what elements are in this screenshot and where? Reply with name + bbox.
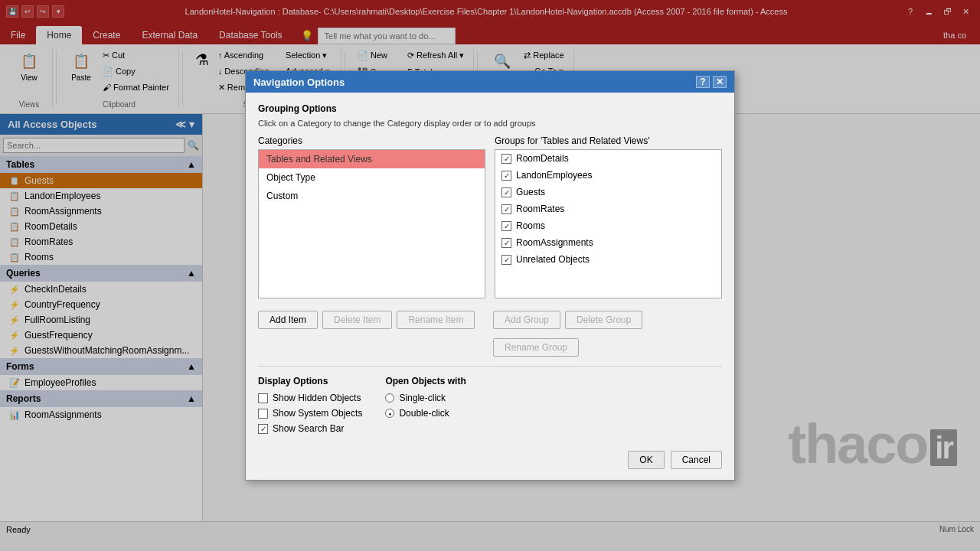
display-options-section: Display Options Show Hidden Objects Show…	[258, 376, 362, 434]
group-checkbox-roomassignments[interactable]	[501, 238, 511, 248]
group-label-rooms: Rooms	[516, 220, 545, 231]
single-click-radio[interactable]	[385, 393, 394, 403]
show-hidden-label: Show Hidden Objects	[273, 393, 361, 403]
groups-header: Groups for 'Tables and Related Views'	[495, 135, 722, 146]
group-checkbox-rooms[interactable]	[501, 221, 511, 231]
dialog-btn-rows: Add Item Delete Item Rename Item Add Gro…	[258, 305, 722, 329]
show-system-row[interactable]: Show System Objects	[258, 408, 362, 419]
category-item-tables[interactable]: Tables and Related Views	[259, 150, 485, 168]
show-search-row[interactable]: Show Search Bar	[258, 423, 362, 434]
show-search-label: Show Search Bar	[273, 423, 344, 434]
show-hidden-row[interactable]: Show Hidden Objects	[258, 393, 362, 403]
group-item-guests[interactable]: Guests	[495, 184, 721, 201]
single-click-row[interactable]: Single-click	[385, 393, 466, 403]
group-label-unrelated: Unrelated Objects	[516, 254, 590, 265]
categories-groups-cols: Categories Tables and Related Views Obje…	[258, 135, 722, 298]
group-checkbox-landonemployees[interactable]	[501, 171, 511, 181]
modal-overlay: Navigation Options ? ✕ Grouping Options …	[0, 0, 980, 551]
categories-col: Categories Tables and Related Views Obje…	[258, 135, 485, 298]
open-objects-title: Open Objects with	[385, 376, 466, 386]
double-click-row[interactable]: Double-click	[385, 408, 466, 419]
grouping-hint: Click on a Category to change the Catego…	[258, 119, 722, 128]
grouping-options-title: Grouping Options	[258, 103, 722, 114]
dialog-divider	[258, 366, 722, 367]
show-search-checkbox[interactable]	[258, 424, 268, 434]
navigation-options-dialog: Navigation Options ? ✕ Grouping Options …	[245, 70, 735, 481]
rename-item-btn[interactable]: Rename Item	[397, 311, 475, 329]
double-click-radio[interactable]	[385, 409, 394, 418]
group-label-roomassignments: RoomAssignments	[516, 237, 593, 248]
open-objects-radios: Single-click Double-click	[385, 393, 466, 419]
group-item-roomassignments[interactable]: RoomAssignments	[495, 234, 721, 251]
group-item-landonemployees[interactable]: LandonEmployees	[495, 167, 721, 184]
rename-group-row: Rename Group	[493, 332, 722, 357]
dialog-titlebar-btns[interactable]: ? ✕	[696, 76, 727, 88]
rename-group-btn[interactable]: Rename Group	[493, 338, 579, 357]
groups-list[interactable]: RoomDetails LandonEmployees Guests	[495, 149, 722, 298]
group-label-roomdetails: RoomDetails	[516, 153, 569, 164]
category-list[interactable]: Tables and Related Views Object Type Cus…	[258, 149, 485, 298]
group-item-roomrates[interactable]: RoomRates	[495, 201, 721, 217]
group-btns: Add Group Delete Group	[493, 305, 722, 329]
group-checkbox-roomrates[interactable]	[501, 204, 511, 214]
group-item-rooms[interactable]: Rooms	[495, 217, 721, 234]
dialog-footer: OK Cancel	[246, 451, 734, 480]
show-system-checkbox[interactable]	[258, 409, 268, 419]
category-btn-row: Add Item Delete Item Rename Item	[258, 311, 487, 329]
double-click-label: Double-click	[399, 408, 449, 419]
category-btns: Add Item Delete Item Rename Item	[258, 305, 487, 329]
show-system-label: Show System Objects	[273, 408, 362, 419]
delete-item-btn[interactable]: Delete Item	[322, 311, 392, 329]
display-options-checkboxes: Show Hidden Objects Show System Objects …	[258, 393, 362, 434]
spacer-left	[258, 332, 487, 357]
groups-col: Groups for 'Tables and Related Views' Ro…	[495, 135, 722, 298]
group-btn-row: Add Group Delete Group	[493, 311, 722, 329]
add-item-btn[interactable]: Add Item	[258, 311, 318, 329]
delete-group-btn[interactable]: Delete Group	[565, 311, 642, 329]
dialog-close-btn[interactable]: ✕	[713, 76, 727, 88]
group-label-roomrates: RoomRates	[516, 204, 564, 214]
ok-btn[interactable]: OK	[628, 451, 664, 469]
categories-header: Categories	[258, 135, 485, 146]
dialog-title: Navigation Options	[253, 77, 345, 88]
group-item-unrelated[interactable]: Unrelated Objects	[495, 251, 721, 268]
single-click-label: Single-click	[399, 393, 446, 403]
bottom-options: Display Options Show Hidden Objects Show…	[258, 376, 722, 440]
group-item-roomdetails[interactable]: RoomDetails	[495, 150, 721, 167]
group-label-guests: Guests	[516, 187, 545, 197]
group-checkbox-guests[interactable]	[501, 187, 511, 197]
category-item-object-type[interactable]: Object Type	[259, 168, 485, 187]
category-item-custom[interactable]: Custom	[259, 187, 485, 205]
dialog-titlebar: Navigation Options ? ✕	[246, 71, 734, 93]
dialog-body: Grouping Options Click on a Category to …	[246, 93, 734, 451]
cancel-btn[interactable]: Cancel	[671, 451, 722, 469]
open-objects-section: Open Objects with Single-click Double-cl…	[385, 376, 466, 440]
group-label-landonemployees: LandonEmployees	[516, 170, 592, 181]
rename-group-btn-row: Rename Group	[493, 338, 722, 357]
group-checkbox-unrelated[interactable]	[501, 255, 511, 265]
dialog-help-btn[interactable]: ?	[696, 76, 710, 88]
display-options-title: Display Options	[258, 376, 362, 386]
add-group-btn[interactable]: Add Group	[493, 311, 560, 329]
group-checkbox-roomdetails[interactable]	[501, 154, 511, 164]
show-hidden-checkbox[interactable]	[258, 393, 268, 403]
rename-group-row-wrapper: Rename Group	[258, 332, 722, 357]
